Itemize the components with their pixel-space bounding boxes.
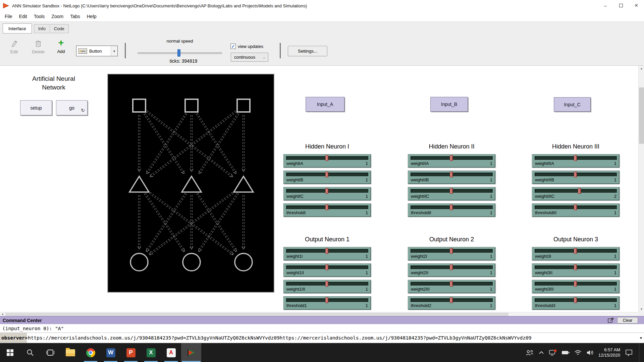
slider-handle[interactable] xyxy=(325,188,328,194)
slider-handle[interactable] xyxy=(325,281,328,287)
input-c-button[interactable]: Input_C xyxy=(554,97,591,112)
vertical-scroll-thumb[interactable] xyxy=(639,87,644,144)
excel-button[interactable]: X xyxy=(141,343,161,362)
slider-weightIIIA[interactable]: weightIIIA1 xyxy=(532,154,620,168)
slider-weightIIIB[interactable]: weightIIIB1 xyxy=(532,171,620,184)
close-button[interactable]: × xyxy=(629,0,644,11)
slider-handle[interactable] xyxy=(325,204,328,210)
tab-info[interactable]: Info xyxy=(34,24,50,33)
horizontal-scroll-thumb[interactable] xyxy=(5,313,508,316)
scroll-left-icon[interactable]: ◄ xyxy=(0,312,5,316)
taskbar-clock[interactable]: 6:57 AM 12/15/2020 xyxy=(598,347,620,358)
slider-handle[interactable] xyxy=(574,297,577,303)
slider-thresholdI[interactable]: thresholdI1 xyxy=(283,203,371,217)
slider-thresholdII[interactable]: thresholdII1 xyxy=(408,203,495,217)
search-button[interactable] xyxy=(20,343,40,362)
slider-handle[interactable] xyxy=(325,248,328,254)
minimize-button[interactable]: – xyxy=(598,0,613,11)
slider-handle[interactable] xyxy=(574,264,577,270)
acrobat-button[interactable]: A xyxy=(161,343,181,362)
edit-tool-button[interactable]: Edit xyxy=(6,40,22,54)
powerpoint-button[interactable]: P xyxy=(121,343,141,362)
menu-file[interactable]: File xyxy=(1,12,16,21)
slider-weight2I[interactable]: weight2I1 xyxy=(408,247,495,260)
slider-handle[interactable] xyxy=(574,248,577,254)
scroll-up-icon[interactable]: ▲ xyxy=(639,66,644,71)
netlogo-taskbar-button[interactable] xyxy=(181,343,201,362)
slider-weightIIIC[interactable]: weightIIIC2 xyxy=(532,187,620,200)
slider-weightIA[interactable]: weightIA1 xyxy=(283,154,371,168)
tab-interface[interactable]: Interface xyxy=(3,23,32,34)
people-icon[interactable] xyxy=(525,349,534,356)
slider-handle[interactable] xyxy=(325,155,328,161)
slider-handle[interactable] xyxy=(450,204,453,210)
slider-weightIB[interactable]: weightIB1 xyxy=(283,171,371,184)
battery-icon[interactable] xyxy=(561,350,570,355)
command-input[interactable]: https://mercerislandschools.zoom.us/j/93… xyxy=(27,333,638,343)
slider-weight2II[interactable]: weight2II1 xyxy=(408,263,495,277)
update-mode-dropdown[interactable]: continuous ⌄ xyxy=(231,53,268,62)
slider-track[interactable] xyxy=(535,189,617,193)
menu-help[interactable]: Help xyxy=(84,12,100,21)
slider-handle[interactable] xyxy=(450,264,453,270)
add-tool-button[interactable]: + Add xyxy=(54,39,68,54)
slider-weightIC[interactable]: weightIC1 xyxy=(283,187,371,200)
tab-code[interactable]: Code xyxy=(50,24,68,33)
slider-handle[interactable] xyxy=(574,172,577,177)
task-view-button[interactable] xyxy=(40,343,60,362)
chrome-button[interactable] xyxy=(80,343,101,362)
slider-weight1II[interactable]: weight1II1 xyxy=(283,263,371,277)
network-icon[interactable] xyxy=(574,350,582,355)
view-updates-checkbox[interactable]: ✓ xyxy=(230,44,236,49)
menu-tools[interactable]: Tools xyxy=(31,12,48,21)
horizontal-scrollbar[interactable]: ◄ xyxy=(0,312,638,316)
word-button[interactable]: W xyxy=(101,343,121,362)
slider-threshold3[interactable]: threshold31 xyxy=(532,296,620,310)
slider-handle[interactable] xyxy=(578,188,581,194)
slider-handle[interactable] xyxy=(325,172,328,177)
slider-handle[interactable] xyxy=(450,281,453,287)
slider-weight1I[interactable]: weight1I1 xyxy=(283,247,371,260)
slider-weight3III[interactable]: weight3III1 xyxy=(532,280,620,293)
input-a-button[interactable]: Input_A xyxy=(306,97,344,112)
clear-button[interactable]: Clear xyxy=(617,317,638,323)
settings-button[interactable]: Settings... xyxy=(288,46,327,56)
speed-slider-thumb[interactable] xyxy=(177,49,180,57)
menu-tabs[interactable]: Tabs xyxy=(67,12,84,21)
scroll-down-icon[interactable]: ▼ xyxy=(639,306,644,312)
slider-weightIIC[interactable]: weightIIC1 xyxy=(408,187,495,200)
slider-thresholdIII[interactable]: thresholdIII1 xyxy=(532,203,620,217)
input-b-button[interactable]: Input_B xyxy=(430,97,468,112)
slider-weightIIB[interactable]: weightIIB1 xyxy=(408,171,495,184)
widget-type-dropdown[interactable]: abc Button ▾ xyxy=(76,46,118,56)
maximize-button[interactable] xyxy=(613,0,629,11)
detach-window-icon[interactable] xyxy=(608,318,614,323)
vertical-scrollbar[interactable]: ▲ ▼ xyxy=(638,66,644,312)
volume-icon[interactable] xyxy=(586,350,594,356)
slider-handle[interactable] xyxy=(450,155,453,161)
slider-weight1III[interactable]: weight1III1 xyxy=(283,280,371,293)
start-button[interactable] xyxy=(0,343,20,362)
slider-handle[interactable] xyxy=(450,297,453,303)
show-desktop-button[interactable] xyxy=(639,343,641,362)
hidden-icons-chevron-icon[interactable] xyxy=(539,351,544,354)
file-explorer-button[interactable] xyxy=(60,343,80,362)
slider-handle[interactable] xyxy=(574,204,577,210)
slider-handle[interactable] xyxy=(574,281,577,287)
slider-weight3I[interactable]: weight3I1 xyxy=(532,247,620,260)
slider-weightIIA[interactable]: weightIIA1 xyxy=(408,154,495,168)
menu-zoom[interactable]: Zoom xyxy=(48,12,67,21)
menu-edit[interactable]: Edit xyxy=(16,12,31,21)
slider-handle[interactable] xyxy=(325,297,328,303)
slider-threshold1[interactable]: threshold11 xyxy=(283,296,371,310)
slider-handle[interactable] xyxy=(450,248,453,254)
action-center-icon[interactable] xyxy=(625,349,633,356)
meet-now-icon[interactable] xyxy=(549,349,557,356)
command-history-arrow-icon[interactable]: ▼ xyxy=(638,333,644,343)
slider-handle[interactable] xyxy=(450,188,453,194)
slider-weight2III[interactable]: weight2III1 xyxy=(408,280,495,293)
slider-weight3II[interactable]: weight3II1 xyxy=(532,263,620,277)
slider-threshold2[interactable]: threshold21 xyxy=(408,296,495,310)
slider-handle[interactable] xyxy=(450,172,453,177)
go-button[interactable]: go ↻ xyxy=(56,100,88,115)
